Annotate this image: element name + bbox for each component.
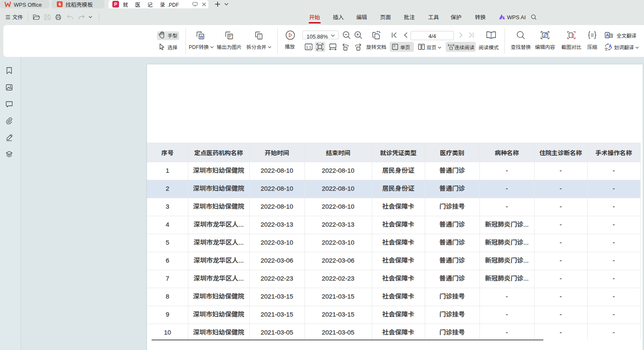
svg-text:W: W bbox=[200, 34, 203, 39]
svg-text:1:1: 1:1 bbox=[306, 45, 312, 49]
svg-text:文: 文 bbox=[609, 33, 612, 38]
svg-text:文: 文 bbox=[605, 46, 609, 51]
svg-text:A: A bbox=[609, 44, 611, 49]
svg-text:A: A bbox=[606, 33, 609, 38]
svg-text:P: P bbox=[114, 2, 117, 7]
